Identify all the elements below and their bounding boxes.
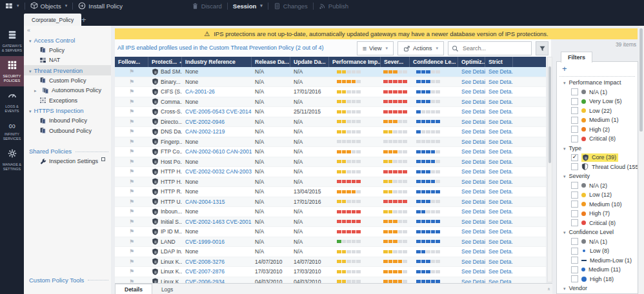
strict-see-details-link[interactable]: See Deta... <box>488 208 513 215</box>
follow-flag-icon[interactable] <box>129 119 134 125</box>
filter-option[interactable]: High (18) <box>557 275 638 284</box>
optimized-see-details-link[interactable]: See Details... <box>461 248 485 255</box>
follow-flag-icon[interactable] <box>129 259 134 265</box>
rail-item-security-policies[interactable]: SECURITY POLICIES <box>0 56 24 86</box>
optimized-see-details-link[interactable]: See Details... <box>461 239 485 245</box>
add-filter-button[interactable]: + <box>557 62 575 75</box>
filter-checkbox[interactable] <box>571 163 578 170</box>
optimized-see-details-link[interactable]: See Details... <box>461 219 485 225</box>
strict-see-details-link[interactable]: See Deta... <box>488 68 513 75</box>
rail-item-infinity-services[interactable]: INFINITY SERVICES <box>0 117 24 144</box>
optimized-see-details-link[interactable]: See Details... <box>461 268 485 275</box>
nav-header-shared-policies[interactable]: Shared Policies <box>24 146 111 157</box>
table-row[interactable]: Fingerp...NoneN/AN/ASee Details...See De… <box>115 137 546 148</box>
follow-flag-icon[interactable] <box>129 268 134 275</box>
filter-group-confidence-level[interactable]: Confidence Level <box>557 228 638 237</box>
filter-option[interactable]: Core (39) <box>557 153 638 162</box>
table-row[interactable]: Cross-S...CVE-2005-0543 CVE-2014-4075 CV… <box>115 107 546 117</box>
optimized-see-details-link[interactable]: See Details... <box>461 159 485 165</box>
nav-item-autonomous-policy[interactable]: Autonomous Policy <box>24 86 111 96</box>
filter-option[interactable]: Medium (10) <box>557 200 638 210</box>
filter-checkbox[interactable] <box>571 219 578 226</box>
follow-flag-icon[interactable] <box>129 248 134 255</box>
actions-menu-button[interactable]: Actions <box>397 41 444 55</box>
filter-checkbox[interactable] <box>571 88 578 95</box>
filter-option[interactable]: Critical (8) <box>557 219 638 228</box>
table-row[interactable]: LDAP In...NoneN/AN/ASee Details...See De… <box>115 247 546 257</box>
filter-group-type[interactable]: Type <box>557 144 638 153</box>
follow-flag-icon[interactable] <box>129 219 134 225</box>
filter-option[interactable]: Medium (11) <box>557 265 638 275</box>
install-policy-button[interactable]: Install Policy <box>73 2 128 10</box>
optimized-see-details-link[interactable]: See Details... <box>461 99 485 105</box>
industry-reference[interactable]: CVE-2002-0032 CAN-2003-0237 C <box>185 168 252 175</box>
strict-see-details-link[interactable]: See Deta... <box>488 199 513 205</box>
strict-see-details-link[interactable]: See Deta... <box>488 88 513 95</box>
industry-reference[interactable]: CVE-2007-2876 <box>185 268 225 275</box>
changes-button[interactable]: Changes <box>268 3 313 10</box>
optimized-see-details-link[interactable]: See Details... <box>461 188 485 195</box>
filter-option[interactable]: Medium-Low (1) <box>557 256 638 266</box>
table-row[interactable]: LANDCVE-1999-0016N/AN/ASee Details...See… <box>115 237 546 248</box>
table-row[interactable]: Initial S...CVE-2002-1463 CVE-2001-0328 … <box>115 217 546 228</box>
strict-see-details-link[interactable]: See Deta... <box>488 148 513 155</box>
nav-item-inspection-settings[interactable]: Inspection Settings <box>24 157 111 167</box>
filter-option[interactable]: Low (8) <box>557 246 638 256</box>
column-header-sever-[interactable]: Sever... <box>381 57 410 67</box>
filter-checkbox[interactable] <box>571 248 578 255</box>
strict-see-details-link[interactable]: See Deta... <box>488 188 513 195</box>
strict-see-details-link[interactable]: See Deta... <box>488 268 513 275</box>
nav-item-custom-policy[interactable]: Custom Policy <box>24 75 111 86</box>
collapse-panel-button[interactable]: « <box>27 27 30 34</box>
filter-group-vendor[interactable]: Vendor <box>557 284 638 293</box>
strict-see-details-link[interactable]: See Deta... <box>488 228 513 235</box>
filters-scrollbar[interactable] <box>639 26 644 294</box>
session-menu-button[interactable]: Session <box>228 3 268 10</box>
new-tab-button[interactable]: + <box>79 14 89 26</box>
optimized-see-details-link[interactable]: See Details... <box>461 88 485 95</box>
filter-option[interactable]: Threat Cloud (15590) <box>557 162 638 172</box>
rail-item-logs-events[interactable]: LOGS & EVENTS <box>0 86 24 117</box>
follow-flag-icon[interactable] <box>129 68 134 75</box>
optimized-see-details-link[interactable]: See Details... <box>461 168 485 175</box>
column-header-protecti-[interactable]: Protecti... <box>148 57 182 67</box>
filter-checkbox[interactable] <box>571 98 578 105</box>
nav-section-threat-prevention[interactable]: Threat Prevention <box>24 65 111 75</box>
nav-section-access-control[interactable]: Access Control <box>24 35 111 45</box>
industry-reference[interactable]: CVE-2005-0543 CVE-2014-4075 CV <box>185 108 252 115</box>
discard-button[interactable]: Discard <box>186 3 227 10</box>
table-row[interactable]: HTTP H...CVE-2002-0032 CAN-2003-0237 CN/… <box>115 167 546 177</box>
filter-option[interactable]: N/A (1) <box>557 88 638 97</box>
follow-flag-icon[interactable] <box>129 128 134 135</box>
filter-checkbox[interactable] <box>571 117 578 124</box>
optimized-see-details-link[interactable]: See Details... <box>461 259 485 265</box>
strict-see-details-link[interactable]: See Deta... <box>488 239 513 245</box>
filter-checkbox[interactable] <box>571 257 578 264</box>
industry-reference[interactable]: CVE-2008-3276 <box>185 259 225 265</box>
optimized-see-details-link[interactable]: See Details... <box>461 199 485 205</box>
follow-flag-icon[interactable] <box>129 159 134 165</box>
table-scrollbar-thumb[interactable] <box>548 66 551 163</box>
strict-see-details-link[interactable]: See Deta... <box>488 99 513 105</box>
filters-tab[interactable]: Filters <box>561 52 592 63</box>
follow-flag-icon[interactable] <box>129 108 134 115</box>
filter-checkbox[interactable] <box>571 266 578 273</box>
optimized-see-details-link[interactable]: See Details... <box>461 228 485 235</box>
nav-item-inbound-policy[interactable]: Inbound Policy <box>24 116 111 126</box>
filter-checkbox[interactable] <box>571 154 578 161</box>
column-header-industry-reference[interactable]: Industry Reference <box>182 57 252 67</box>
filter-option[interactable]: Low (22) <box>557 106 638 116</box>
strict-see-details-link[interactable]: See Deta... <box>488 128 513 135</box>
optimized-see-details-link[interactable]: See Details... <box>461 148 485 155</box>
table-row[interactable]: IP ID M...NoneN/AN/ASee Details...See De… <box>115 227 546 237</box>
filter-group-severity[interactable]: Severity <box>557 172 638 181</box>
filter-checkbox[interactable] <box>571 275 578 282</box>
strict-see-details-link[interactable]: See Deta... <box>488 168 513 175</box>
optimized-see-details-link[interactable]: See Details... <box>461 119 485 125</box>
column-header-update-da-[interactable]: Update Da... <box>290 57 329 67</box>
follow-flag-icon[interactable] <box>129 79 134 85</box>
follow-flag-icon[interactable] <box>129 148 134 155</box>
filter-checkbox[interactable] <box>571 201 578 208</box>
industry-reference[interactable]: CAN-2002-0610 CAN-2001-0755 ( <box>185 148 252 155</box>
industry-reference[interactable]: CVE-2002-1463 CVE-2001-0328 CV <box>185 219 252 225</box>
